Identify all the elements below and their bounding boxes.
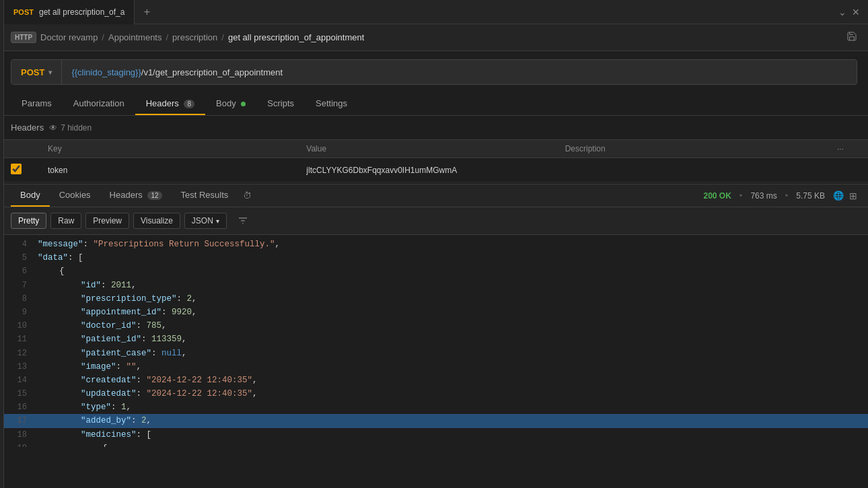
code-content-11: "patient_id": 113359, [38,333,863,346]
code-line-14: 14 "createdat": "2024-12-22 12:40:35", [0,374,868,387]
headers-label: Headers [11,123,44,133]
col-description: Description [565,144,824,153]
tab-body-label: Body [216,98,236,108]
pretty-button[interactable]: Pretty [11,213,46,229]
tab-body[interactable]: Body [205,93,256,115]
res-tab-test-results[interactable]: Test Results [172,184,238,207]
code-content-10: "doctor_id": 785, [38,319,863,333]
line-num-18: 18 [5,429,27,442]
code-line-11: 11 "patient_id": 113359, [0,333,868,346]
format-toolbar: Pretty Raw Preview Visualize JSON ▾ [0,207,868,235]
breadcrumb-doctor-revamp[interactable]: Doctor revamp [40,32,98,42]
code-line-10: 10 "doctor_id": 785, [0,319,868,333]
code-area: 4 "message": "Prescriptions Return Succe… [0,235,868,447]
hidden-count: 👁 7 hidden [49,123,92,133]
breadcrumb-sep-1: / [102,32,104,42]
col-value: Value [306,144,565,153]
tab-settings-label: Settings [316,98,347,108]
save-icon[interactable] [846,31,857,44]
code-content-18: "medicines": [ [38,428,863,442]
token-checkbox[interactable] [11,164,22,174]
col-actions: ··· [824,144,857,153]
line-num-19: 19 [5,442,27,447]
code-content-14: "createdat": "2024-12-22 12:40:35", [38,374,863,387]
breadcrumb-sep-2: / [166,32,168,42]
tab-params[interactable]: Params [11,93,63,115]
url-path: /v1/get_prescription_of_appointment [141,67,283,77]
res-icons: 🌐 ⊞ [833,190,857,201]
dropdown-chevron-icon: ▾ [216,217,219,225]
code-line-4: 4 "message": "Prescriptions Return Succe… [0,238,868,251]
row-checkbox-cell[interactable] [11,164,48,176]
json-format-dropdown[interactable]: JSON ▾ [184,213,227,229]
row-value-cell: jltcCLYYKG6DbxFqqxavv0IH1umMGwmA [306,166,565,175]
code-content-4: "message": "Prescriptions Return Success… [38,238,863,251]
res-headers-badge: 12 [147,191,161,200]
code-content-12: "patient_case": null, [38,347,863,360]
tab-method-badge: POST [13,8,34,16]
res-tab-body-label: Body [20,190,40,200]
res-clock-icon[interactable]: ⏱ [238,185,257,206]
response-status-group: 200 OK • 763 ms • 5.75 KB 🌐 ⊞ [703,190,857,201]
headers-section: Headers 👁 7 hidden [0,116,868,140]
code-content-6: { [38,265,863,278]
res-tab-test-label: Test Results [181,190,229,200]
code-line-5: 5 "data": [ [0,251,868,265]
line-num-7: 7 [5,279,27,292]
close-icon[interactable]: ✕ [852,7,860,18]
line-num-9: 9 [5,306,27,319]
line-num-6: 6 [5,265,27,278]
copy-response-icon[interactable]: 🌐 [833,190,844,201]
tab-scripts[interactable]: Scripts [256,93,305,115]
code-line-17[interactable]: 17 "added_by": 2, [0,414,868,427]
raw-button[interactable]: Raw [50,213,81,229]
code-line-19: 19 { [0,442,868,447]
code-line-7: 7 "id": 2011, [0,279,868,292]
tab-headers[interactable]: Headers 8 [135,93,205,115]
res-tab-cookies[interactable]: Cookies [50,184,100,207]
breadcrumb: HTTP Doctor revamp / Appointments / pres… [0,24,868,51]
chevron-down-icon[interactable]: ⌄ [838,7,846,18]
hidden-count-text: 7 hidden [61,123,92,133]
download-response-icon[interactable]: ⊞ [849,190,857,201]
response-tabs: Body Cookies Headers 12 Test Results ⏱ 2… [0,184,868,207]
breadcrumb-sep-3: / [221,32,224,42]
code-line-12: 12 "patient_case": null, [0,347,868,360]
line-num-10: 10 [5,320,27,333]
headers-count-badge: 8 [184,100,194,108]
method-select[interactable]: POST ▾ [11,60,62,84]
eye-icon: 👁 [49,123,57,133]
res-tab-headers-label: Headers [110,190,143,200]
filter-icon[interactable] [233,211,252,230]
code-line-16: 16 "type": 1, [0,400,868,414]
breadcrumb-current: get all prescription_of_appointment [228,32,364,42]
http-badge: HTTP [11,32,36,43]
active-tab[interactable]: POST get all prescription_of_a [4,0,135,24]
request-tabs: Params Authorization Headers 8 Body Scri… [0,93,868,116]
res-tab-headers[interactable]: Headers 12 [100,184,172,207]
separator-dot-1: • [739,190,743,201]
line-num-11: 11 [5,333,27,346]
preview-button[interactable]: Preview [85,213,129,229]
table-header: Key Value Description ··· [0,140,868,158]
tab-authorization[interactable]: Authorization [63,93,135,115]
response-size: 5.75 KB [796,191,825,201]
tab-authorization-label: Authorization [73,98,124,108]
line-num-13: 13 [5,361,27,374]
url-display[interactable]: {{clinido_staging}} /v1/get_prescription… [62,67,857,77]
line-num-12: 12 [5,347,27,360]
breadcrumb-prescription[interactable]: prescription [172,32,217,42]
code-line-6: 6 { [0,265,868,278]
visualize-button[interactable]: Visualize [133,213,180,229]
line-num-5: 5 [5,252,27,265]
tab-params-label: Params [22,98,52,108]
url-bar: POST ▾ {{clinido_staging}} /v1/get_presc… [11,59,857,85]
tab-scripts-label: Scripts [267,98,294,108]
row-key-cell: token [48,166,306,175]
code-content-7: "id": 2011, [38,279,863,292]
tab-title: get all prescription_of_a [39,7,124,17]
res-tab-body[interactable]: Body [11,184,50,207]
tab-settings[interactable]: Settings [305,93,358,115]
breadcrumb-appointments[interactable]: Appointments [108,32,162,42]
add-tab-button[interactable]: + [135,0,159,24]
